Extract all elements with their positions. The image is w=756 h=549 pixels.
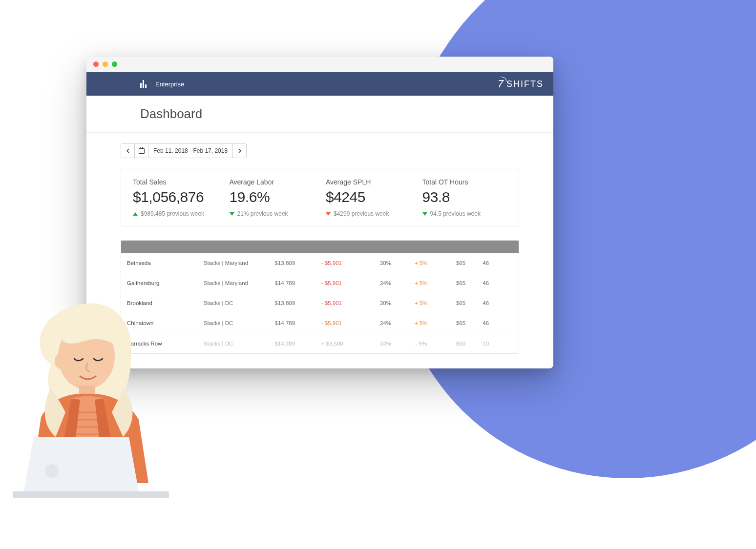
brand-mark-icon: 7: [498, 78, 504, 90]
cell-labor-delta: + 5%: [403, 260, 439, 266]
metric-total-sales: Total Sales $1,056,876 $989,485 previous…: [127, 178, 224, 217]
window-maximize-icon[interactable]: [112, 61, 117, 67]
cell-splh: $65: [439, 280, 483, 286]
brand-text: SHIFTS: [506, 79, 544, 89]
metric-average-labor: Average Labor 19.6% 21% previous week: [224, 178, 320, 217]
cell-sales: $13,809: [275, 260, 321, 266]
brand-logo[interactable]: 7 SHIFTS: [498, 78, 544, 90]
metric-prev: $989,485 previous week: [133, 210, 218, 217]
metric-label: Total Sales: [133, 178, 218, 186]
table-header-bar: [121, 241, 519, 253]
metric-prev-text: $4299 previous week: [334, 210, 389, 217]
metric-value: $1,056,876: [133, 189, 218, 205]
date-calendar-button[interactable]: [135, 144, 148, 158]
cell-group: Stacks | Maryland: [204, 260, 275, 266]
metric-label: Average Labor: [230, 178, 315, 186]
cell-sales: $13,809: [275, 300, 321, 306]
cell-ot: 46: [483, 280, 513, 286]
cell-sales: $14,289: [275, 341, 321, 346]
cell-ot: 10: [483, 341, 513, 346]
metric-prev-text: 94.5 previous week: [430, 210, 481, 217]
cell-sales-delta: - $5,901: [321, 320, 368, 326]
cell-labor-delta: - 5%: [403, 341, 439, 346]
metric-value: 19.6%: [230, 189, 315, 205]
trend-up-icon: [133, 212, 138, 216]
cell-splh: $50: [439, 341, 483, 346]
metric-total-ot: Total OT Hours 93.8 94.5 previous week: [417, 178, 513, 217]
calendar-icon: [139, 148, 145, 154]
cell-group: Stacks | DC: [204, 320, 275, 326]
header-left: Enterprise: [140, 80, 184, 88]
metric-value: $4245: [326, 189, 411, 205]
cell-sales-delta: - $5,901: [321, 300, 368, 306]
metric-label: Average SPLH: [326, 178, 411, 186]
metric-prev-text: 21% previous week: [237, 210, 288, 217]
cell-ot: 46: [483, 320, 513, 326]
cell-labor: 20%: [368, 260, 403, 266]
window-close-icon[interactable]: [93, 61, 99, 67]
cell-labor: 24%: [368, 341, 403, 346]
cell-sales: $14,789: [275, 320, 321, 326]
person-laptop-illustration: [7, 290, 183, 505]
cell-location: Gaithersburg: [127, 280, 204, 286]
metrics-panel: Total Sales $1,056,876 $989,485 previous…: [121, 169, 519, 226]
cell-labor: 20%: [368, 300, 403, 306]
cell-location: Bethesda: [127, 260, 204, 266]
page-title: Dashboard: [140, 106, 553, 122]
metric-prev: 21% previous week: [230, 210, 315, 217]
cell-sales-delta: + $3,500: [321, 341, 368, 346]
table-row[interactable]: BethesdaStacks | Maryland$13,809- $5,901…: [121, 253, 519, 273]
window-titlebar: [86, 57, 553, 72]
cell-labor-delta: + 5%: [403, 300, 439, 306]
window-minimize-icon[interactable]: [103, 61, 108, 67]
date-range-text[interactable]: Feb 11, 2018 - Feb 17, 2018: [148, 144, 232, 158]
cell-group: Stacks | DC: [204, 341, 275, 346]
date-prev-button[interactable]: [121, 144, 135, 158]
metric-prev: $4299 previous week: [326, 210, 411, 217]
svg-rect-9: [13, 491, 169, 498]
nav-enterprise[interactable]: Enterprise: [155, 81, 184, 88]
cell-labor: 24%: [368, 320, 403, 326]
cell-splh: $65: [439, 320, 483, 326]
cell-splh: $65: [439, 300, 483, 306]
cell-labor-delta: + 5%: [403, 280, 439, 286]
date-range-picker: Feb 11, 2018 - Feb 17, 2018: [121, 143, 247, 158]
trend-down-icon: [326, 212, 331, 216]
cell-ot: 46: [483, 260, 513, 266]
metric-label: Total OT Hours: [422, 178, 507, 186]
date-next-button[interactable]: [232, 144, 246, 158]
cell-ot: 46: [483, 300, 513, 306]
trend-down-icon: [422, 212, 427, 216]
cell-labor: 24%: [368, 280, 403, 286]
cell-sales-delta: - $5,901: [321, 280, 368, 286]
cell-labor-delta: + 5%: [403, 320, 439, 326]
metric-prev: 94.5 previous week: [422, 210, 507, 217]
cell-sales: $14,789: [275, 280, 321, 286]
metric-value: 93.8: [422, 189, 507, 205]
cell-group: Stacks | Maryland: [204, 280, 275, 286]
cell-group: Stacks | DC: [204, 300, 275, 306]
svg-point-1: [55, 353, 66, 369]
cell-sales-delta: - $5,901: [321, 260, 368, 266]
chart-icon: [140, 80, 147, 88]
app-header: Enterprise 7 SHIFTS: [86, 72, 553, 96]
metric-average-splh: Average SPLH $4245 $4299 previous week: [320, 178, 417, 217]
page-title-row: Dashboard: [86, 96, 553, 133]
metric-prev-text: $989,485 previous week: [141, 210, 204, 217]
cell-splh: $65: [439, 260, 483, 266]
svg-point-10: [45, 464, 59, 478]
trend-down-icon: [230, 212, 234, 216]
